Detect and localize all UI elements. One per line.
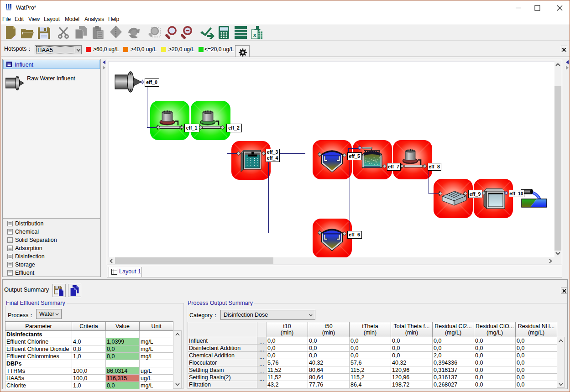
svg-text:eff_9: eff_9: [470, 191, 481, 197]
svg-text:eff_4: eff_4: [267, 155, 278, 161]
svg-text:eff_6: eff_6: [349, 232, 360, 237]
svg-text:eff_5: eff_5: [349, 153, 360, 159]
svg-text:eff_1: eff_1: [186, 125, 198, 131]
svg-text:eff_7: eff_7: [388, 164, 399, 169]
svg-text:x: x: [253, 31, 256, 38]
svg-text:eff_2: eff_2: [228, 125, 240, 131]
svg-text:eff_10: eff_10: [509, 191, 523, 196]
svg-text:eff_8: eff_8: [429, 164, 440, 169]
svg-text:eff_0: eff_0: [146, 79, 157, 85]
svg-text:eff_3: eff_3: [267, 149, 278, 155]
